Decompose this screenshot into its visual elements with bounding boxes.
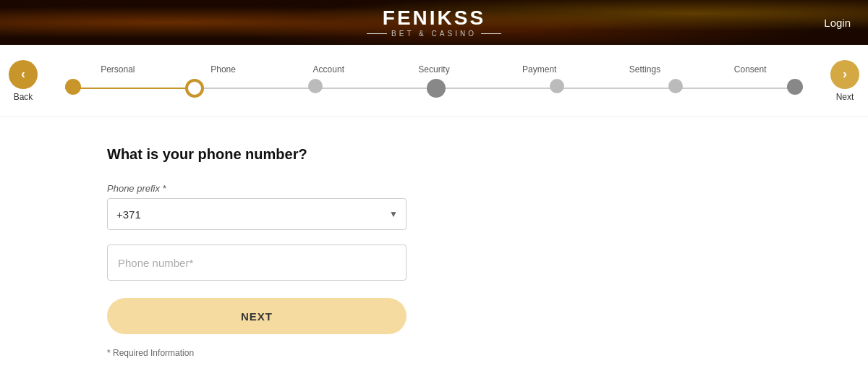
steps-labels: Personal Phone Account Security Payment … (65, 64, 803, 75)
step-label-phone: Phone (171, 64, 276, 75)
next-submit-button[interactable]: NEXT (107, 298, 407, 334)
phone-number-input[interactable] (107, 244, 407, 281)
header: FENIKSS BET & CASINO Login (0, 0, 868, 45)
back-circle[interactable]: ‹ (9, 60, 38, 89)
step-dot-personal[interactable] (65, 79, 81, 95)
step-dot-payment[interactable] (550, 79, 564, 93)
step-dot-settings[interactable] (668, 79, 683, 93)
form-title: What is your phone number? (107, 146, 761, 163)
steps-dots (65, 79, 803, 98)
step-label-account: Account (276, 64, 381, 75)
logo: FENIKSS BET & CASINO (367, 8, 501, 38)
steps-track (65, 79, 803, 98)
step-dot-consent[interactable] (787, 79, 803, 95)
required-note: * Required Information (107, 348, 194, 358)
step-label-personal: Personal (65, 64, 171, 75)
step-label-payment: Payment (487, 64, 592, 75)
next-circle[interactable]: › (830, 60, 859, 89)
step-dot-account[interactable] (308, 79, 323, 93)
phone-prefix-select[interactable]: +371 +1 +44 +49 +33 +7 +48 (107, 198, 407, 230)
logo-name: FENIKSS (367, 8, 501, 28)
next-label: Next (836, 92, 854, 102)
phone-prefix-label: Phone prefix * (107, 183, 761, 194)
step-dot-phone[interactable] (185, 79, 204, 98)
progress-area: ‹ Back Personal Phone Account Security P… (0, 45, 868, 117)
step-dot-security[interactable] (427, 79, 446, 98)
logo-sub: BET & CASINO (367, 30, 501, 38)
step-label-settings: Settings (592, 64, 698, 75)
login-button[interactable]: Login (824, 17, 851, 29)
phone-prefix-wrapper: +371 +1 +44 +49 +33 +7 +48 ▼ (107, 198, 407, 230)
step-label-consent: Consent (697, 64, 803, 75)
main-content: What is your phone number? Phone prefix … (0, 117, 868, 387)
back-button[interactable]: ‹ Back (9, 60, 38, 102)
back-label: Back (14, 92, 33, 102)
next-button[interactable]: › Next (830, 60, 859, 102)
steps-container: Personal Phone Account Security Payment … (65, 64, 803, 98)
step-label-security: Security (381, 64, 487, 75)
